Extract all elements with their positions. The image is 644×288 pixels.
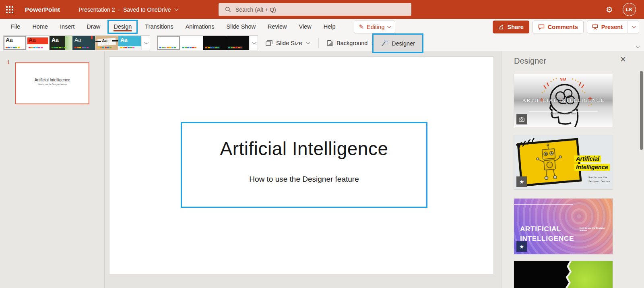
chevron-down-icon: [632, 24, 636, 28]
pencil-icon: ✎: [359, 23, 364, 31]
designer-pane-title: Designer: [514, 56, 546, 66]
chevron-down-icon: [144, 40, 148, 44]
design-ribbon: AaAaAaAaAaAa Slide Size Background: [0, 35, 644, 51]
present-button[interactable]: Present: [587, 21, 627, 33]
slide-1-thumbnail[interactable]: Artificial Intelligence How to use the D…: [15, 62, 89, 104]
content-area: 1 Artificial Intelligence How to use the…: [0, 51, 644, 288]
tab-help[interactable]: Help: [318, 19, 342, 35]
card3-title: ARTIFICIAL INTELLIGENCE: [520, 224, 574, 244]
theme-wood[interactable]: Aa: [95, 36, 118, 50]
star-icon: ★: [519, 179, 524, 185]
variant-variant-3[interactable]: [203, 36, 226, 50]
card3-title-line2: INTELLIGENCE: [520, 234, 574, 244]
theme-office[interactable]: Aa: [4, 36, 27, 50]
settings-gear-icon[interactable]: ⚙: [606, 6, 613, 14]
slide-thumbnail-panel: 1 Artificial Intelligence How to use the…: [0, 51, 105, 288]
close-icon[interactable]: ✕: [620, 55, 626, 64]
photo-badge-icon: [516, 114, 527, 124]
theme-aa-label: Aa: [120, 37, 128, 43]
background-icon: [327, 40, 333, 46]
search-input[interactable]: [235, 6, 388, 13]
ribbon-tabs: FileHomeInsertDrawDesignTransitionsAnima…: [5, 19, 342, 35]
designer-button[interactable]: Designer: [372, 33, 423, 53]
app-launcher-button[interactable]: [0, 0, 19, 19]
theme-teal[interactable]: Aa: [72, 36, 95, 50]
chevron-down-icon: [174, 7, 178, 11]
design-suggestion-3[interactable]: ARTIFICIAL INTELLIGENCE How to use the D…: [514, 199, 613, 254]
editing-mode-button[interactable]: ✎ Editing: [354, 21, 396, 33]
tab-slide-show[interactable]: Slide Show: [220, 19, 262, 35]
tab-home[interactable]: Home: [26, 19, 54, 35]
tab-insert[interactable]: Insert: [54, 19, 80, 35]
topbar-right: ⚙ LK: [606, 3, 644, 16]
color-swatch-row: [6, 47, 20, 48]
theme-cyan[interactable]: Aa: [118, 36, 141, 50]
theme-aa-label: Aa: [6, 37, 13, 43]
card1-title: ARTIFICIAL INTELLIGENCE: [514, 97, 613, 104]
chevron-down-icon: [387, 24, 391, 28]
design-suggestion-2[interactable]: Artificial Intelligence How to use the D…: [514, 135, 613, 189]
color-swatch-row: [205, 47, 219, 48]
color-swatch-row: [97, 47, 111, 48]
black-panel: [514, 261, 613, 288]
selected-title-textbox[interactable]: Artificial Intelligence How to use the D…: [181, 122, 427, 208]
background-button[interactable]: Background: [322, 35, 380, 51]
theme-gallery-expand-button[interactable]: [141, 36, 150, 50]
slide-title-text: Artificial Intelligence: [182, 138, 426, 160]
document-title: Presentation 2: [78, 6, 115, 13]
tab-file[interactable]: File: [5, 19, 26, 35]
share-button[interactable]: Share: [493, 21, 529, 33]
sparkle-star-badge-icon: ★: [516, 241, 527, 252]
slide-number: 1: [7, 59, 10, 65]
tab-draw[interactable]: Draw: [80, 19, 106, 35]
account-avatar[interactable]: LK: [623, 3, 636, 16]
slide-size-icon: [266, 40, 272, 46]
theme-dark-green[interactable]: Aa: [50, 36, 72, 50]
color-swatch-row: [52, 47, 66, 48]
app-title: PowerPoint: [25, 6, 60, 13]
search-box[interactable]: [219, 3, 411, 16]
variant-gallery-expand-button[interactable]: [249, 36, 258, 50]
ribbon-separator: [318, 38, 319, 48]
thumbnail-subtitle: How to use the Designer feature: [16, 83, 89, 85]
variant-gallery: [157, 35, 258, 50]
toy-robot-illustration: [519, 140, 580, 184]
share-label: Share: [508, 24, 524, 30]
slide-size-label: Slide Size: [276, 40, 302, 46]
tab-review[interactable]: Review: [262, 19, 293, 35]
tab-transitions[interactable]: Transitions: [139, 19, 179, 35]
app-launcher-icon: [6, 6, 13, 13]
design-suggestion-4[interactable]: Artificial: [514, 261, 613, 288]
chevron-down-icon: [306, 40, 310, 44]
variant-variant-1[interactable]: [157, 36, 180, 50]
title-separator: -: [118, 6, 120, 13]
collapse-ribbon-button[interactable]: [634, 44, 641, 49]
tab-design[interactable]: Design: [107, 20, 138, 34]
background-label: Background: [336, 40, 367, 46]
scrollbar-thumb[interactable]: [640, 71, 643, 150]
variant-variant-4[interactable]: [226, 36, 249, 50]
card2-title: Artificial Intelligence: [574, 155, 610, 172]
designer-label: Designer: [392, 40, 415, 47]
editing-label: Editing: [367, 24, 384, 30]
color-swatch-row: [182, 47, 196, 48]
design-suggestion-1[interactable]: ARTIFICIAL INTELLIGENCE How to use the D…: [514, 74, 613, 127]
thumbnail-title: Artificial Intelligence: [16, 78, 89, 82]
present-dropdown-button[interactable]: [627, 21, 639, 33]
magic-wand-icon: [381, 40, 388, 47]
present-split-button[interactable]: Present: [587, 21, 639, 33]
slide-canvas-area: Artificial Intelligence How to use the D…: [105, 51, 501, 288]
color-swatch-row: [74, 47, 89, 48]
document-title-menu[interactable]: Presentation 2 - Saved to OneDrive: [78, 6, 177, 13]
card1-divider: [529, 111, 598, 112]
tab-animations[interactable]: Animations: [180, 19, 221, 35]
theme-red[interactable]: Aa: [27, 36, 50, 50]
comments-button[interactable]: Comments: [533, 21, 584, 33]
slide-editing-surface[interactable]: Artificial Intelligence How to use the D…: [109, 57, 493, 274]
slide-size-button[interactable]: Slide Size: [261, 35, 314, 51]
tab-view[interactable]: View: [293, 19, 318, 35]
color-swatch-row: [159, 47, 176, 48]
variant-variant-2[interactable]: [180, 36, 203, 50]
present-label: Present: [601, 24, 623, 30]
top-bar: PowerPoint Presentation 2 - Saved to One…: [0, 0, 644, 19]
